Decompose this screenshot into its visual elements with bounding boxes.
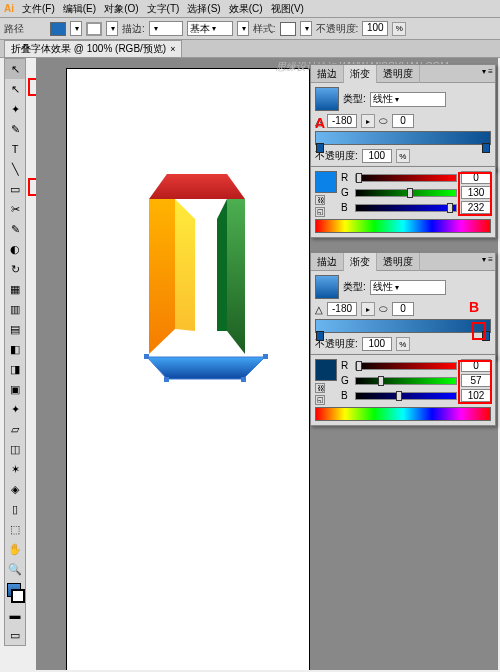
angle2-input-a[interactable]: 0 (392, 114, 414, 128)
zoom-tool[interactable]: 🔍 (5, 559, 25, 579)
tab-transparency-b[interactable]: 透明度 (377, 253, 420, 271)
eyedropper-tool[interactable]: ✦ (5, 399, 25, 419)
brush-dropdown[interactable]: 基本 (187, 21, 233, 36)
symbol-sprayer-tool[interactable]: ▤ (5, 319, 25, 339)
opacity-input-b[interactable]: 100 (362, 337, 392, 351)
scissors-tool[interactable]: ⬚ (5, 519, 25, 539)
blend-tool[interactable]: ▱ (5, 419, 25, 439)
color-mode-icon[interactable]: ▬ (5, 605, 25, 625)
gradient-stop-left-a[interactable] (316, 143, 324, 153)
pct-btn-b[interactable]: % (396, 337, 410, 351)
menu-select[interactable]: 选择(S) (187, 2, 220, 16)
g-slider-b[interactable] (355, 377, 457, 385)
menu-icon-b[interactable]: ≡ (488, 255, 493, 264)
cube-icon-b[interactable]: ◱ (315, 395, 325, 405)
opacity-input-a[interactable]: 100 (362, 149, 392, 163)
g-value-a[interactable]: 130 (461, 186, 491, 199)
gradient-swatch-b[interactable] (315, 275, 339, 299)
r-value-a[interactable]: 0 (461, 171, 491, 184)
document-tab[interactable]: 折叠字体效果 @ 100% (RGB/预览) × (4, 40, 182, 58)
graph-tool[interactable]: ◧ (5, 339, 25, 359)
gradient-type-a[interactable]: 线性 (370, 92, 446, 107)
menu-view[interactable]: 视图(V) (271, 2, 304, 16)
eraser-tool[interactable]: ▯ (5, 499, 25, 519)
angle-input-b[interactable]: -180 (327, 302, 357, 316)
stroke-weight[interactable] (149, 21, 183, 36)
line-tool[interactable]: ╲ (5, 159, 25, 179)
pct-button[interactable]: % (392, 22, 406, 36)
r-slider-b[interactable] (355, 362, 457, 370)
angle2-input-b[interactable]: 0 (392, 302, 414, 316)
opacity-input[interactable]: 100 (362, 21, 388, 36)
tab-stroke-b[interactable]: 描边 (311, 253, 344, 271)
minimize-icon[interactable]: ▾ (482, 67, 486, 76)
free-transform-tool[interactable]: ▥ (5, 299, 25, 319)
menu-file[interactable]: 文件(F) (22, 2, 55, 16)
g-value-b[interactable]: 57 (461, 374, 491, 387)
link-icon-b[interactable]: ⛓ (315, 383, 325, 393)
pct-btn-a[interactable]: % (396, 149, 410, 163)
gradient-stop-right-a[interactable] (482, 143, 490, 153)
stroke-color-box[interactable] (11, 589, 25, 603)
style-dropdown[interactable] (300, 21, 312, 36)
angle-step-b[interactable]: ▸ (361, 302, 375, 316)
type-tool[interactable]: T (5, 139, 25, 159)
r-value-b[interactable]: 0 (461, 359, 491, 372)
gradient-tool[interactable]: ▣ (5, 379, 25, 399)
scale-tool[interactable]: ↻ (5, 259, 25, 279)
selection-tool[interactable]: ↖ (5, 59, 25, 79)
screen-mode-icon[interactable]: ▭ (5, 625, 25, 645)
magic-wand-tool[interactable]: ✦ (5, 99, 25, 119)
gradient-strip-a[interactable] (315, 131, 491, 145)
fill-swatch[interactable] (50, 22, 66, 36)
color-swatch-a[interactable] (315, 171, 337, 193)
fill-dropdown[interactable] (70, 21, 82, 36)
stroke-swatch[interactable] (86, 22, 102, 36)
color-swatch-b[interactable] (315, 359, 337, 381)
pencil-tool[interactable]: ✎ (5, 219, 25, 239)
tab-transparency-a[interactable]: 透明度 (377, 65, 420, 83)
b-value-b[interactable]: 102 (461, 389, 491, 402)
brush-menu[interactable] (237, 21, 249, 36)
live-paint-tool[interactable]: ◫ (5, 439, 25, 459)
rectangle-tool[interactable]: ▭ (5, 179, 25, 199)
fill-stroke-control[interactable] (5, 581, 25, 605)
spectrum-b[interactable] (315, 407, 491, 421)
tab-gradient-a[interactable]: 渐变 (344, 65, 377, 83)
menu-icon[interactable]: ≡ (488, 67, 493, 76)
hand-tool[interactable]: ✋ (5, 539, 25, 559)
b-slider-b[interactable] (355, 392, 457, 400)
link-icon-a[interactable]: ⛓ (315, 195, 325, 205)
pen-tool[interactable]: ✎ (5, 119, 25, 139)
gradient-swatch-a[interactable] (315, 87, 339, 111)
style-swatch[interactable] (280, 22, 296, 36)
menu-edit[interactable]: 编辑(E) (63, 2, 96, 16)
cube-icon-a[interactable]: ◱ (315, 207, 325, 217)
direct-selection-tool[interactable]: ↖ (5, 79, 25, 99)
b-value-a[interactable]: 232 (461, 201, 491, 214)
menu-effect[interactable]: 效果(C) (229, 2, 263, 16)
menu-object[interactable]: 对象(O) (104, 2, 138, 16)
b-slider-a[interactable] (355, 204, 457, 212)
slice-tool[interactable]: ◈ (5, 479, 25, 499)
gradient-stop-left-b[interactable] (316, 331, 324, 341)
menu-type[interactable]: 文字(T) (147, 2, 180, 16)
gradient-stop-right-b[interactable] (482, 331, 490, 341)
warp-tool[interactable]: ▦ (5, 279, 25, 299)
tab-stroke-a[interactable]: 描边 (311, 65, 344, 83)
angle-input-a[interactable]: -180 (327, 114, 357, 128)
gradient-strip-b[interactable] (315, 319, 491, 333)
crop-tool[interactable]: ✶ (5, 459, 25, 479)
mesh-tool[interactable]: ◨ (5, 359, 25, 379)
rotate-tool[interactable]: ◐ (5, 239, 25, 259)
angle-step-a[interactable]: ▸ (361, 114, 375, 128)
minimize-icon-b[interactable]: ▾ (482, 255, 486, 264)
spectrum-a[interactable] (315, 219, 491, 233)
g-slider-a[interactable] (355, 189, 457, 197)
gradient-type-b[interactable]: 线性 (370, 280, 446, 295)
close-icon[interactable]: × (170, 44, 175, 54)
tab-gradient-b[interactable]: 渐变 (344, 253, 377, 271)
stroke-dropdown[interactable] (106, 21, 118, 36)
paintbrush-tool[interactable]: ✂ (5, 199, 25, 219)
r-slider-a[interactable] (355, 174, 457, 182)
